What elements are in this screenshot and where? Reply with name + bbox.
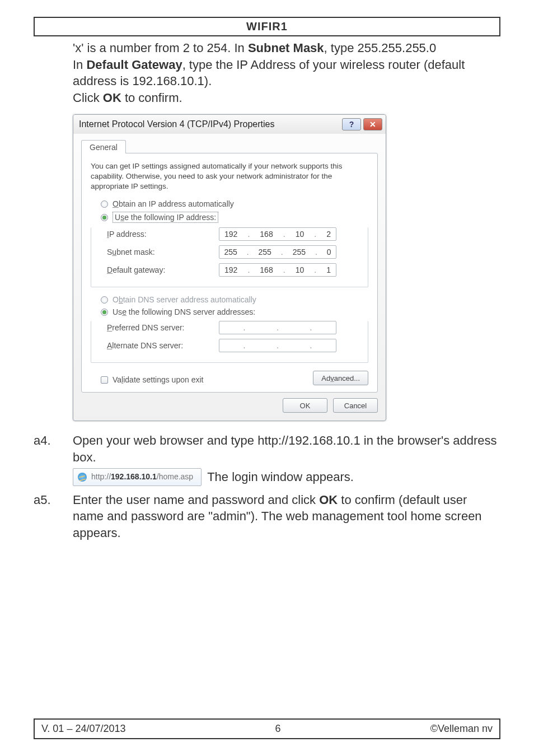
addr-prefix: http:// (91, 472, 111, 481)
subnet-mask-label: Subnet mask: (107, 248, 219, 256)
addr-rest: /home.asp (157, 472, 193, 481)
alternate-dns-input[interactable]: . . . (219, 339, 336, 352)
dns-fieldset: Preferred DNS server: . . . Alternate DN… (91, 321, 368, 363)
cancel-button[interactable]: Cancel (333, 398, 378, 413)
step-a4-text: Open your web browser and type http://19… (73, 432, 500, 465)
footer-left: V. 01 – 24/07/2013 (41, 723, 125, 735)
footer-center: 6 (275, 723, 281, 735)
advanced-button[interactable]: Advanced... (313, 371, 368, 385)
footer-right: ©Velleman nv (430, 723, 493, 735)
intro-1a: 'x' is a number from 2 to 254. In (73, 41, 248, 55)
step-a5-text-a: Enter the user name and password and cli… (73, 493, 319, 507)
close-button[interactable]: ✕ (363, 118, 382, 130)
radio-manual-ip-label: Use the following IP address: (113, 212, 218, 223)
validate-checkbox[interactable] (101, 376, 108, 384)
ip-address-input[interactable]: 192. 168. 10. 2 (219, 227, 336, 241)
intro-3c: to confirm. (121, 91, 182, 105)
validate-label: Validate settings upon exit (113, 375, 203, 384)
ie-icon (78, 473, 87, 482)
radio-manual-dns-label: Use the following DNS server addresses: (113, 307, 255, 316)
intro-1b: Subnet Mask (248, 41, 324, 55)
intro-text: 'x' is a number from 2 to 254. In Subnet… (73, 40, 495, 106)
radio-auto-dns (101, 296, 108, 304)
intro-3b: OK (103, 91, 121, 105)
intro-3a: Click (73, 91, 103, 105)
header-title: WIFIR1 (34, 17, 500, 36)
ok-button[interactable]: OK (283, 398, 327, 413)
addr-bold: 192.168.10.1 (111, 472, 157, 481)
step-a5-text-b: OK (319, 493, 338, 507)
dialog-titlebar: Internet Protocol Version 4 (TCP/IPv4) P… (73, 115, 386, 134)
browser-address-bar[interactable]: http://192.168.10.1/home.asp (73, 468, 202, 486)
login-appears-text: The login window appears. (207, 469, 354, 486)
tcpip-properties-dialog: Internet Protocol Version 4 (TCP/IPv4) P… (73, 114, 386, 422)
subnet-mask-input[interactable]: 255. 255. 255. 0 (219, 245, 336, 259)
tab-general[interactable]: General (81, 140, 126, 153)
page-footer: V. 01 – 24/07/2013 6 ©Velleman nv (34, 718, 500, 739)
radio-auto-dns-label: Obtain DNS server address automatically (113, 295, 256, 304)
intro-1c: , type 255.255.255.0 (324, 41, 437, 55)
radio-auto-ip[interactable] (101, 200, 108, 208)
step-a5-num: a5. (34, 492, 73, 542)
panel-description: You can get IP settings assigned automat… (91, 161, 368, 192)
alternate-dns-label: Alternate DNS server: (107, 341, 219, 350)
step-a4-num: a4. (34, 432, 73, 487)
preferred-dns-input[interactable]: . . . (219, 321, 336, 334)
radio-auto-ip-label: Obtain an IP address automatically (113, 199, 234, 208)
dialog-title: Internet Protocol Version 4 (TCP/IPv4) P… (79, 119, 274, 129)
ip-fieldset: IP address: 192. 168. 10. 2 Subnet mask: (91, 227, 368, 287)
general-panel: You can get IP settings assigned automat… (81, 153, 378, 393)
intro-2b: Default Gateway (86, 58, 182, 72)
intro-2a: In (73, 58, 86, 72)
radio-manual-dns[interactable] (101, 309, 108, 316)
default-gateway-label: Default gateway: (107, 265, 219, 274)
radio-manual-ip[interactable] (101, 214, 108, 221)
preferred-dns-label: Preferred DNS server: (107, 323, 219, 332)
ip-address-label: IP address: (107, 230, 219, 239)
default-gateway-input[interactable]: 192. 168. 10. 1 (219, 263, 336, 277)
help-button[interactable]: ? (342, 118, 361, 130)
